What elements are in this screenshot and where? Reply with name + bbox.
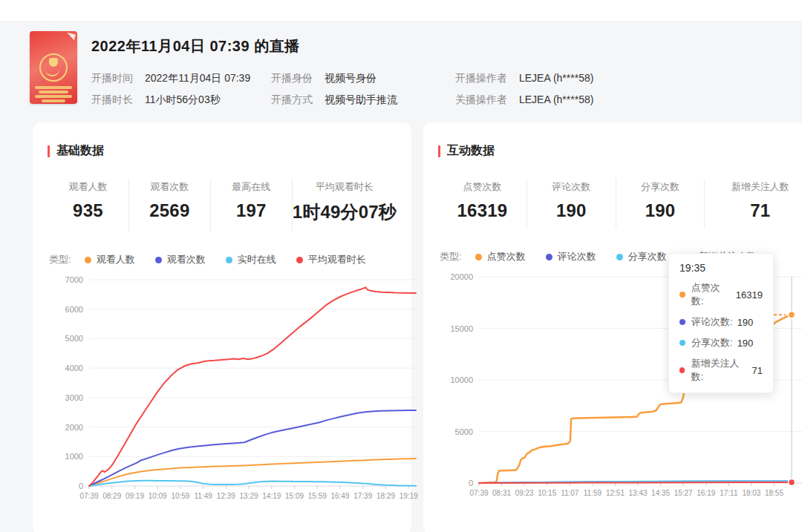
svg-text:15000: 15000 bbox=[450, 324, 473, 333]
svg-text:0: 0 bbox=[469, 479, 473, 487]
stat-comments: 评论次数 190 bbox=[527, 179, 616, 229]
svg-text:12:39: 12:39 bbox=[217, 492, 235, 500]
info-start-time: 开播时间 2022年11月04日 07:39 bbox=[91, 68, 271, 89]
stat-views: 观看次数 2569 bbox=[129, 179, 211, 231]
basic-legend: 类型: 观看人数 观看次数 实时在线 平均观看时长 bbox=[48, 253, 397, 266]
svg-text:17:11: 17:11 bbox=[720, 489, 738, 497]
tooltip-row-new-followers: 新增关注人数: 71 bbox=[679, 357, 763, 384]
info-start-operator: 开播操作者 LEJEA (h****58) bbox=[455, 68, 593, 89]
svg-text:11:07: 11:07 bbox=[561, 489, 579, 497]
legend-dot bbox=[679, 340, 685, 346]
basic-trend-chart-svg: 0100020003000400050006000700007:3908:290… bbox=[48, 271, 419, 507]
svg-text:16:49: 16:49 bbox=[330, 492, 349, 500]
basic-data-card: 基础数据 观看人数 935 观看次数 2569 最高在线 197 平均观看时长 … bbox=[33, 122, 411, 532]
svg-text:13:43: 13:43 bbox=[629, 489, 648, 497]
interaction-stats-row: 点赞次数 16319 评论次数 190 分享次数 190 新增关注人数 71 bbox=[438, 179, 802, 229]
stat-likes: 点赞次数 16319 bbox=[438, 179, 527, 229]
live-cover-thumbnail bbox=[30, 31, 77, 104]
svg-text:14:19: 14:19 bbox=[262, 492, 281, 500]
svg-text:15:09: 15:09 bbox=[285, 492, 304, 500]
legend-item-online[interactable]: 实时在线 bbox=[226, 253, 276, 266]
stat-peak-online: 最高在线 197 bbox=[211, 179, 293, 231]
legend-item-shares[interactable]: 分享次数 bbox=[616, 250, 667, 263]
dove-icon bbox=[65, 33, 76, 41]
chart-tooltip: 19:35 点赞次数: 16319 评论次数: 190 分享次数: 190 新增… bbox=[668, 253, 774, 393]
stat-avg-watch-time: 平均观看时长 1时49分07秒 bbox=[293, 179, 397, 231]
title-accent-bar bbox=[48, 145, 50, 157]
svg-text:6000: 6000 bbox=[65, 305, 83, 314]
svg-text:09:23: 09:23 bbox=[515, 489, 534, 497]
svg-text:18:29: 18:29 bbox=[376, 492, 395, 500]
svg-text:19:19: 19:19 bbox=[400, 492, 418, 500]
svg-text:0: 0 bbox=[79, 482, 83, 490]
basic-stats-row: 观看人数 935 观看次数 2569 最高在线 197 平均观看时长 1时49分… bbox=[48, 179, 397, 231]
svg-text:15:59: 15:59 bbox=[308, 492, 327, 500]
svg-text:08:29: 08:29 bbox=[102, 492, 121, 500]
svg-text:4000: 4000 bbox=[65, 364, 83, 372]
svg-text:11:49: 11:49 bbox=[194, 492, 212, 500]
legend-item-views[interactable]: 观看次数 bbox=[155, 253, 206, 266]
page-title: 2022年11月04日 07:39 的直播 bbox=[91, 36, 593, 56]
svg-text:09:19: 09:19 bbox=[125, 492, 144, 500]
legend-item-comments[interactable]: 评论次数 bbox=[546, 250, 596, 263]
basic-trend-chart[interactable]: 0100020003000400050006000700007:3908:290… bbox=[48, 271, 397, 510]
data-cards-row: 基础数据 观看人数 935 观看次数 2569 最高在线 197 平均观看时长 … bbox=[33, 122, 802, 532]
legend-dot bbox=[616, 254, 623, 260]
stat-shares: 分享次数 190 bbox=[616, 179, 705, 229]
top-bar bbox=[0, 0, 802, 21]
svg-text:12:51: 12:51 bbox=[606, 489, 625, 497]
legend-item-avg-watch[interactable]: 平均观看时长 bbox=[296, 253, 366, 266]
svg-text:3000: 3000 bbox=[65, 393, 83, 402]
svg-text:07:39: 07:39 bbox=[469, 489, 488, 497]
svg-text:15:27: 15:27 bbox=[674, 489, 693, 497]
svg-text:10:09: 10:09 bbox=[149, 492, 167, 500]
info-stream-method: 开播方式 视频号助手推流 bbox=[271, 89, 455, 111]
tooltip-row-comments: 评论次数: 190 bbox=[679, 315, 763, 329]
tooltip-row-likes: 点赞次数: 16319 bbox=[679, 281, 763, 308]
legend-dot bbox=[679, 367, 685, 373]
legend-dot bbox=[296, 257, 303, 263]
legend-dot bbox=[85, 257, 91, 263]
interaction-section-title: 互动数据 bbox=[438, 143, 802, 159]
svg-text:10:15: 10:15 bbox=[538, 489, 556, 497]
live-session-header: 2022年11月04日 07:39 的直播 开播时间 2022年11月04日 0… bbox=[0, 21, 802, 111]
svg-text:14:35: 14:35 bbox=[651, 489, 670, 497]
stat-viewers: 观看人数 935 bbox=[48, 179, 129, 231]
svg-text:13:29: 13:29 bbox=[240, 492, 258, 500]
svg-text:18:55: 18:55 bbox=[765, 489, 783, 497]
legend-dot bbox=[475, 254, 482, 260]
svg-text:5000: 5000 bbox=[455, 427, 473, 436]
legend-item-viewers[interactable]: 观看人数 bbox=[85, 253, 135, 266]
legend-dot bbox=[679, 292, 685, 298]
info-end-operator: 关播操作者 LEJEA (h****58) bbox=[455, 89, 593, 111]
svg-text:2000: 2000 bbox=[65, 423, 83, 432]
svg-text:17:39: 17:39 bbox=[353, 492, 372, 500]
svg-text:5000: 5000 bbox=[65, 334, 83, 343]
legend-dot bbox=[679, 319, 685, 325]
info-duration: 开播时长 11小时56分03秒 bbox=[91, 89, 271, 111]
tooltip-time: 19:35 bbox=[679, 262, 763, 274]
svg-text:07:39: 07:39 bbox=[79, 492, 98, 500]
legend-dot bbox=[546, 254, 552, 260]
svg-text:20000: 20000 bbox=[450, 272, 473, 281]
legend-dot bbox=[226, 257, 232, 263]
svg-text:10000: 10000 bbox=[450, 375, 473, 384]
basic-section-title: 基础数据 bbox=[48, 143, 397, 159]
tooltip-row-shares: 分享次数: 190 bbox=[679, 336, 763, 349]
svg-text:10:59: 10:59 bbox=[171, 492, 189, 500]
svg-text:7000: 7000 bbox=[65, 275, 83, 284]
stat-new-followers: 新增关注人数 71 bbox=[705, 179, 802, 229]
svg-text:1000: 1000 bbox=[65, 452, 83, 461]
svg-text:08:31: 08:31 bbox=[492, 489, 511, 497]
legend-item-likes[interactable]: 点赞次数 bbox=[475, 250, 526, 263]
interaction-data-card: 互动数据 点赞次数 16319 评论次数 190 分享次数 190 新增关注人数… bbox=[423, 122, 802, 532]
svg-text:18:03: 18:03 bbox=[742, 489, 760, 497]
svg-text:11:59: 11:59 bbox=[584, 489, 602, 497]
emblem-icon bbox=[39, 53, 68, 82]
legend-dot bbox=[155, 257, 162, 263]
svg-text:16:19: 16:19 bbox=[697, 489, 715, 497]
title-accent-bar bbox=[438, 145, 440, 157]
live-info-grid: 开播时间 2022年11月04日 07:39 开播时长 11小时56分03秒 开… bbox=[91, 68, 593, 111]
info-identity: 开播身份 视频号身份 bbox=[271, 68, 455, 89]
